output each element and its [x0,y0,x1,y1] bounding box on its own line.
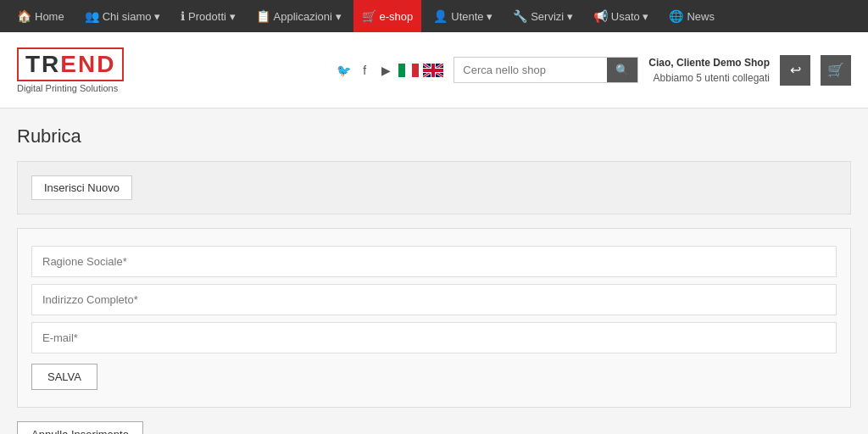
site-header: TREND Digital Printing Solutions 🐦 f ▶ [0,32,868,108]
nav-icon: 👥 [85,9,99,23]
user-greeting: Ciao, Cliente Demo Shop Abbiamo 5 utenti… [648,55,770,86]
indirizzo-input[interactable] [31,284,837,315]
nav-icon: ℹ [181,9,185,23]
insert-section: Inserisci Nuovo [17,161,851,214]
nav-icon: 🏠 [17,9,31,23]
twitter-icon[interactable]: 🐦 [335,62,352,79]
uk-flag-icon[interactable] [423,64,443,77]
nav-item-prodotti[interactable]: ℹ Prodotti ▾ [172,0,243,32]
svg-rect-11 [423,69,443,72]
user-greeting-sub: Abbiamo 5 utenti collegati [648,70,770,86]
logo-area: TREND Digital Printing Solutions [17,47,124,93]
logo-text: TREND [25,53,115,76]
user-greeting-name: Ciao, Cliente Demo Shop [648,55,770,70]
nav-item-chi-siamo[interactable]: 👥 Chi siamo ▾ [76,0,169,32]
facebook-icon[interactable]: f [356,62,373,79]
svg-rect-2 [412,64,419,77]
nav-icon: 🛒 [362,9,376,23]
nav-icon: 📢 [593,9,608,23]
salva-button[interactable]: SALVA [31,364,97,390]
logo-end: END [60,51,115,77]
inserisci-nuovo-button[interactable]: Inserisci Nuovo [31,175,132,200]
nav-icon: 👤 [433,9,448,23]
youtube-icon[interactable]: ▶ [377,62,394,79]
italy-flag-icon[interactable] [398,64,419,77]
logout-button[interactable]: ↩ [780,55,810,86]
logo-box: TREND [17,47,124,81]
cart-button[interactable]: 🛒 [821,55,851,86]
svg-rect-0 [398,64,405,77]
nav-item-usato[interactable]: 📢 Usato ▾ [585,0,658,32]
nav-item-news[interactable]: 🌐 News [660,0,723,32]
search-button[interactable]: 🔍 [607,58,637,82]
nav-item-e-shop[interactable]: 🛒 e-shop [353,0,422,32]
ragione-sociale-input[interactable] [31,246,837,277]
annulla-button[interactable]: Annulla Inserimento [17,421,143,434]
logo-tr: TR [25,51,60,77]
svg-rect-1 [405,64,412,77]
nav-icon: 🌐 [669,9,683,23]
logo-tagline: Digital Printing Solutions [17,83,124,93]
form-section: SALVA [17,228,851,408]
nav-item-home[interactable]: 🏠 Home [8,0,73,32]
social-icons: 🐦 f ▶ [335,62,443,79]
nav-item-servizi[interactable]: 🔧 Servizi ▾ [504,0,581,32]
nav-item-applicazioni[interactable]: 📋 Applicazioni ▾ [248,0,350,32]
nav-icon: 📋 [256,9,270,23]
page-title: Rubrica [17,125,851,147]
header-right: 🐦 f ▶ 🔍 [335,55,851,86]
nav-icon: 🔧 [513,9,527,23]
nav-item-utente[interactable]: 👤 Utente ▾ [425,0,501,32]
search-input[interactable] [454,58,607,81]
email-input[interactable] [31,322,837,353]
main-content: Rubrica Inserisci Nuovo SALVA Annulla In… [0,108,868,434]
top-nav: 🏠 Home👥 Chi siamo ▾ℹ Prodotti ▾📋 Applica… [0,0,868,32]
search-wrap: 🔍 [453,57,638,83]
